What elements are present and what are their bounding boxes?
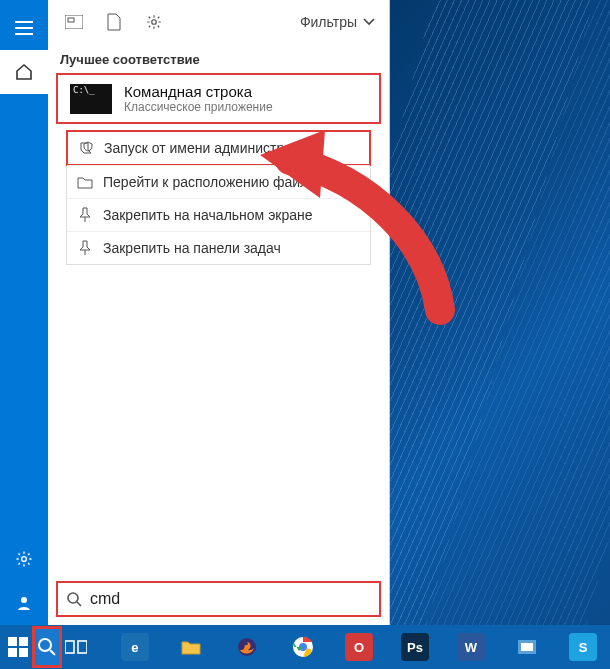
panel-toolbar: Фильтры: [48, 0, 389, 44]
taskbar-search-button[interactable]: [33, 627, 60, 667]
taskbar-app-word[interactable]: W: [448, 627, 494, 667]
filters-label: Фильтры: [300, 14, 357, 30]
taskbar-app-skype[interactable]: S: [560, 627, 606, 667]
photoshop-icon: Ps: [401, 633, 429, 661]
search-results-panel: Фильтры Лучшее соответствие Командная ст…: [48, 0, 390, 625]
apps-icon: [65, 15, 83, 29]
task-view-icon: [65, 639, 87, 655]
svg-point-0: [22, 557, 27, 562]
chrome-icon: [289, 633, 317, 661]
search-input[interactable]: [82, 590, 371, 608]
ctx-label: Закрепить на начальном экране: [103, 207, 313, 223]
ctx-label: Запуск от имени администратора: [104, 140, 321, 156]
cmd-icon: [70, 84, 112, 114]
svg-rect-17: [521, 643, 533, 651]
skype-icon: S: [569, 633, 597, 661]
search-box[interactable]: [56, 581, 381, 617]
chevron-down-icon: [363, 18, 375, 26]
filters-button[interactable]: Фильтры: [294, 10, 381, 34]
videolan-icon: [513, 633, 541, 661]
pin-taskbar-icon: [77, 240, 93, 256]
ctx-pin-start[interactable]: Закрепить на начальном экране: [67, 198, 370, 231]
start-button[interactable]: [4, 627, 31, 667]
gear-icon: [15, 550, 33, 568]
best-match-heading: Лучшее соответствие: [48, 44, 389, 73]
document-icon: [107, 13, 121, 31]
taskbar-app-opera[interactable]: O: [336, 627, 382, 667]
settings-scope-button[interactable]: [136, 4, 172, 40]
windows-logo-icon: [8, 637, 28, 657]
taskbar-app-edge[interactable]: e: [112, 627, 158, 667]
home-icon: [15, 63, 33, 81]
desktop-wallpaper: [390, 0, 610, 625]
documents-scope-button[interactable]: [96, 4, 132, 40]
ctx-open-location[interactable]: Перейти к расположению файла: [67, 165, 370, 198]
svg-point-10: [39, 639, 51, 651]
search-icon: [66, 591, 82, 607]
explorer-icon: [177, 633, 205, 661]
taskbar: eOPsWS: [0, 625, 610, 669]
user-icon: [15, 594, 33, 612]
svg-rect-9: [19, 648, 28, 657]
task-view-button[interactable]: [63, 627, 90, 667]
gear-icon: [145, 13, 163, 31]
svg-point-5: [68, 593, 78, 603]
apps-scope-button[interactable]: [56, 4, 92, 40]
context-menu: Запуск от имени администратора Перейти к…: [66, 130, 371, 265]
best-match-result[interactable]: Командная строка Классическое приложение: [56, 73, 381, 124]
taskbar-app-videolan[interactable]: [504, 627, 550, 667]
taskbar-app-firefox[interactable]: [224, 627, 270, 667]
hamburger-icon: [15, 21, 33, 35]
start-rail: [0, 0, 48, 625]
opera-icon: O: [345, 633, 373, 661]
ctx-pin-taskbar[interactable]: Закрепить на панели задач: [67, 231, 370, 264]
svg-rect-6: [8, 637, 17, 646]
svg-rect-12: [78, 641, 87, 653]
firefox-icon: [233, 633, 261, 661]
svg-rect-7: [19, 637, 28, 646]
edge-icon: e: [121, 633, 149, 661]
search-icon: [37, 637, 57, 657]
svg-rect-11: [65, 641, 74, 653]
taskbar-apps: eOPsWS: [112, 627, 606, 667]
taskbar-app-photoshop[interactable]: Ps: [392, 627, 438, 667]
folder-icon: [77, 174, 93, 190]
admin-shield-icon: [78, 140, 94, 156]
best-match-subtitle: Классическое приложение: [124, 100, 273, 114]
rail-account-button[interactable]: [0, 581, 48, 625]
taskbar-app-chrome[interactable]: [280, 627, 326, 667]
taskbar-app-explorer[interactable]: [168, 627, 214, 667]
pin-start-icon: [77, 207, 93, 223]
rail-menu-button[interactable]: [0, 6, 48, 50]
svg-rect-3: [68, 18, 74, 22]
ctx-label: Закрепить на панели задач: [103, 240, 281, 256]
ctx-run-as-admin[interactable]: Запуск от имени администратора: [66, 130, 371, 166]
word-icon: W: [457, 633, 485, 661]
rail-settings-button[interactable]: [0, 537, 48, 581]
ctx-label: Перейти к расположению файла: [103, 174, 316, 190]
svg-point-1: [21, 597, 27, 603]
rail-home-button[interactable]: [0, 50, 48, 94]
svg-point-4: [152, 20, 157, 25]
best-match-title: Командная строка: [124, 83, 273, 100]
start-search-panel: Фильтры Лучшее соответствие Командная ст…: [0, 0, 390, 625]
svg-rect-8: [8, 648, 17, 657]
